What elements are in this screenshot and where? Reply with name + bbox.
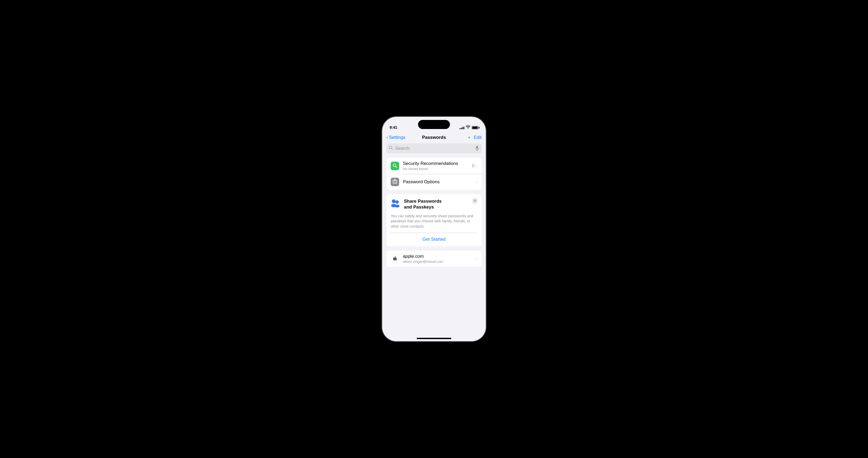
security-key-icon <box>392 163 398 169</box>
search-container: Search <box>386 143 482 153</box>
back-button[interactable]: ‹ Settings <box>386 135 405 140</box>
password-options-icon <box>392 179 398 185</box>
apple-domain: apple.com <box>403 254 476 259</box>
dynamic-island <box>418 120 450 129</box>
share-header: Share Passwords and Passkeys <box>391 199 477 210</box>
security-subtitle: No issues found <box>403 167 472 171</box>
phone-frame: 9:41 <box>382 117 486 341</box>
security-options-card: Security Recommendations No issues found… <box>386 158 482 190</box>
phone-screen: 9:41 <box>382 117 486 341</box>
apple-email: aileen.zeigen@icloud.com <box>403 259 476 264</box>
nav-bar: ‹ Settings Passwords + Edit <box>382 132 486 143</box>
security-text: Security Recommendations No issues found <box>403 161 472 171</box>
share-title-line1: Share Passwords <box>404 199 442 204</box>
password-options-text: Password Options <box>403 179 476 185</box>
svg-rect-1 <box>476 146 478 149</box>
passwords-list-card: apple.com aileen.zeigen@icloud.com › <box>386 250 482 267</box>
security-badge: 0 <box>472 163 474 169</box>
home-indicator[interactable] <box>417 338 451 339</box>
svg-point-7 <box>392 200 396 203</box>
apple-row-chevron-icon: › <box>476 257 477 261</box>
signal-bar-2 <box>461 128 462 129</box>
security-chevron-icon: › <box>476 164 477 168</box>
share-passwords-card: ✕ Share Passwords and Passkeys <box>386 194 482 246</box>
password-options-title: Password Options <box>403 179 476 185</box>
apple-com-row[interactable]: apple.com aileen.zeigen@icloud.com › <box>386 250 482 267</box>
svg-point-9 <box>396 201 399 204</box>
svg-point-10 <box>395 205 399 208</box>
signal-bar-1 <box>460 128 460 129</box>
share-title-line2: and Passkeys <box>404 205 434 210</box>
password-options-row[interactable]: Password Options › <box>386 174 482 190</box>
status-icons <box>460 126 478 129</box>
add-button[interactable]: + <box>468 135 471 140</box>
search-icon <box>389 146 393 151</box>
share-title-block: Share Passwords and Passkeys <box>404 199 477 210</box>
search-bar[interactable]: Search <box>386 143 482 153</box>
signal-bar-3 <box>462 127 463 129</box>
wifi-icon <box>466 126 470 129</box>
battery-icon <box>472 126 478 129</box>
apple-icon <box>391 254 399 263</box>
password-options-chevron-icon: › <box>476 180 477 184</box>
search-placeholder: Search <box>395 146 473 151</box>
password-options-icon-bg <box>391 178 399 186</box>
edit-button[interactable]: Edit <box>474 135 482 140</box>
svg-point-6 <box>395 182 396 182</box>
security-recommendations-row[interactable]: Security Recommendations No issues found… <box>386 158 482 174</box>
security-title: Security Recommendations <box>403 161 472 166</box>
content-area: Search <box>382 143 486 341</box>
share-description: You can safely and securely share passwo… <box>391 214 477 229</box>
apple-text: apple.com aileen.zeigen@icloud.com <box>403 254 476 264</box>
microphone-icon <box>475 146 479 151</box>
share-people-icon <box>391 199 400 208</box>
back-label: Settings <box>389 135 405 140</box>
get-started-button[interactable]: Get Started <box>391 237 477 242</box>
signal-icon <box>460 126 464 129</box>
back-chevron-icon: ‹ <box>386 135 388 140</box>
status-time: 9:41 <box>390 125 397 129</box>
share-title: Share Passwords and Passkeys <box>404 199 477 210</box>
security-icon-bg <box>391 162 399 170</box>
nav-actions: + Edit <box>468 135 482 140</box>
signal-bar-4 <box>464 127 464 129</box>
page-title: Passwords <box>422 135 446 140</box>
